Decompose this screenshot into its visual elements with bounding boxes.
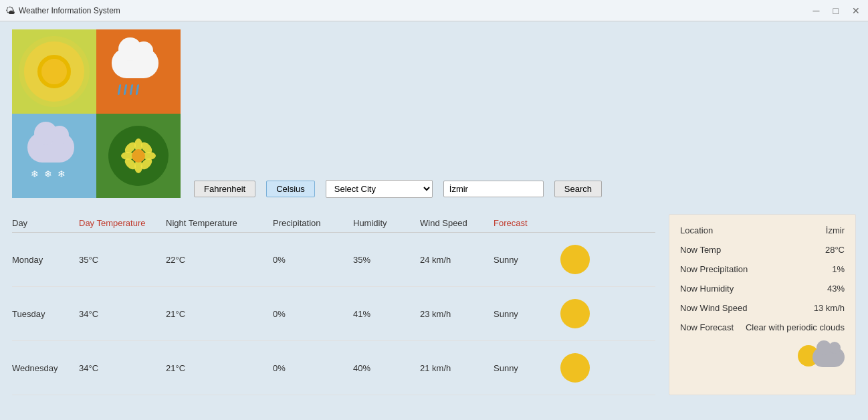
cell-forecast: Sunny: [494, 255, 560, 265]
table-row: Tuesday 34°C 21°C 0% 41% 23 km/h Sunny: [12, 287, 655, 341]
rain-line: [118, 84, 122, 95]
rain-line: [136, 84, 140, 95]
cell-day: Monday: [12, 255, 79, 265]
sun-circle: [24, 41, 84, 102]
cell-icon: [560, 299, 614, 328]
flower-icon: [118, 136, 158, 176]
header-humidity: Humidity: [353, 218, 420, 228]
sun-weather-cell: [12, 29, 96, 114]
cell-wind-speed: 21 km/h: [420, 363, 494, 373]
cell-precipitation: 0%: [273, 363, 353, 373]
info-now-humidity-value: 43%: [827, 284, 845, 294]
minimize-button[interactable]: ─: [810, 5, 823, 16]
info-now-precip-value: 1%: [832, 264, 845, 274]
celsius-button[interactable]: Celsius: [266, 181, 315, 197]
header-precipitation: Precipitation: [273, 218, 353, 228]
info-now-precip-label: Now Precipitation: [680, 264, 748, 274]
table-row: Wednesday 34°C 21°C 0% 40% 21 km/h Sunny: [12, 341, 655, 395]
cell-humidity: 35%: [353, 255, 420, 265]
pc-cloud: [812, 347, 845, 367]
cell-day: Wednesday: [12, 363, 79, 373]
cell-night-temp: 21°C: [166, 309, 273, 319]
svg-point-8: [132, 149, 145, 163]
window-controls[interactable]: ─ □ ✕: [810, 5, 863, 16]
rain-cloud-icon: [108, 48, 169, 95]
maximize-button[interactable]: □: [831, 5, 841, 16]
header-forecast: Forecast: [494, 218, 560, 228]
flower-weather-cell: [96, 114, 181, 198]
app-title: Weather Information System: [19, 6, 120, 15]
info-now-wind-row: Now Wind Speed 13 km/h: [680, 303, 845, 313]
header-day-temp: Day Temperature: [79, 218, 166, 228]
cell-wind-speed: 24 km/h: [420, 255, 494, 265]
close-button[interactable]: ✕: [849, 5, 863, 16]
weather-image-grid: ❄ ❄ ❄: [12, 29, 181, 198]
snow-cloud-shape: [27, 132, 74, 163]
header-icon: [560, 218, 614, 228]
info-now-precip-row: Now Precipitation 1%: [680, 264, 845, 274]
cell-humidity: 41%: [353, 309, 420, 319]
city-select[interactable]: Select City İzmir Istanbul Ankara Antaly…: [326, 180, 433, 198]
cell-day-temp: 35°C: [79, 255, 166, 265]
info-now-forecast-row: Now Forecast Clear with periodic clouds: [680, 322, 845, 332]
data-section: Day Day Temperature Night Temperature Pr…: [12, 214, 856, 395]
title-bar: 🌤 Weather Information System ─ □ ✕: [0, 0, 868, 21]
snowflake: ❄: [44, 169, 52, 179]
rain-line: [124, 84, 128, 95]
search-input[interactable]: [443, 181, 544, 197]
info-now-temp-label: Now Temp: [680, 245, 721, 255]
snow-cloud-icon: ❄ ❄ ❄: [24, 132, 84, 179]
search-button[interactable]: Search: [554, 181, 602, 197]
cell-forecast: Sunny: [494, 309, 560, 319]
forecast-table: Day Day Temperature Night Temperature Pr…: [12, 214, 655, 395]
table-header: Day Day Temperature Night Temperature Pr…: [12, 214, 655, 233]
cell-day: Tuesday: [12, 309, 79, 319]
snowflake: ❄: [58, 169, 66, 179]
rain-weather-cell: [96, 29, 181, 114]
cell-night-temp: 22°C: [166, 255, 273, 265]
main-content: ❄ ❄ ❄: [0, 21, 868, 403]
cell-day-temp: 34°C: [79, 309, 166, 319]
sunny-icon: [560, 299, 590, 328]
partly-cloudy-icon: [798, 342, 845, 375]
header-wind-speed: Wind Speed: [420, 218, 494, 228]
rain-lines: [118, 84, 138, 95]
snow-weather-cell: ❄ ❄ ❄: [12, 114, 96, 198]
table-row: Monday 35°C 22°C 0% 35% 24 km/h Sunny: [12, 233, 655, 287]
snow-flakes: ❄ ❄ ❄: [31, 169, 66, 179]
info-location-row: Location İzmir: [680, 225, 845, 235]
snowflake: ❄: [31, 169, 39, 179]
cell-precipitation: 0%: [273, 255, 353, 265]
header-day: Day: [12, 218, 79, 228]
fahrenheit-button[interactable]: Fahrenheit: [194, 181, 255, 197]
info-icon-area: [680, 342, 845, 375]
title-bar-left: 🌤 Weather Information System: [5, 5, 120, 16]
sunny-icon: [560, 245, 590, 274]
cell-day-temp: 34°C: [79, 363, 166, 373]
info-now-temp-row: Now Temp 28°C: [680, 245, 845, 255]
cell-icon: [560, 245, 614, 274]
info-location-label: Location: [680, 225, 713, 235]
cell-night-temp: 21°C: [166, 363, 273, 373]
app-icon: 🌤: [5, 5, 15, 16]
info-now-humidity-label: Now Humidity: [680, 284, 734, 294]
info-now-forecast-label: Now Forecast: [680, 322, 734, 332]
info-now-forecast-value: Clear with periodic clouds: [746, 322, 845, 332]
info-location-value: İzmir: [826, 225, 845, 235]
sunny-icon: [560, 353, 590, 383]
info-now-humidity-row: Now Humidity 43%: [680, 284, 845, 294]
cell-forecast: Sunny: [494, 363, 560, 373]
header-night-temp: Night Temperature: [166, 218, 273, 228]
cell-humidity: 40%: [353, 363, 420, 373]
info-now-temp-value: 28°C: [825, 245, 845, 255]
cell-icon: [560, 353, 614, 383]
rain-line: [130, 84, 134, 95]
cell-precipitation: 0%: [273, 309, 353, 319]
cloud-shape: [112, 48, 158, 78]
flower-circle: [108, 126, 169, 186]
controls-row: Fahrenheit Celsius Select City İzmir Ist…: [194, 180, 856, 198]
top-section: ❄ ❄ ❄: [12, 29, 856, 198]
cell-wind-speed: 23 km/h: [420, 309, 494, 319]
info-now-wind-label: Now Wind Speed: [680, 303, 747, 313]
info-now-wind-value: 13 km/h: [814, 303, 845, 313]
